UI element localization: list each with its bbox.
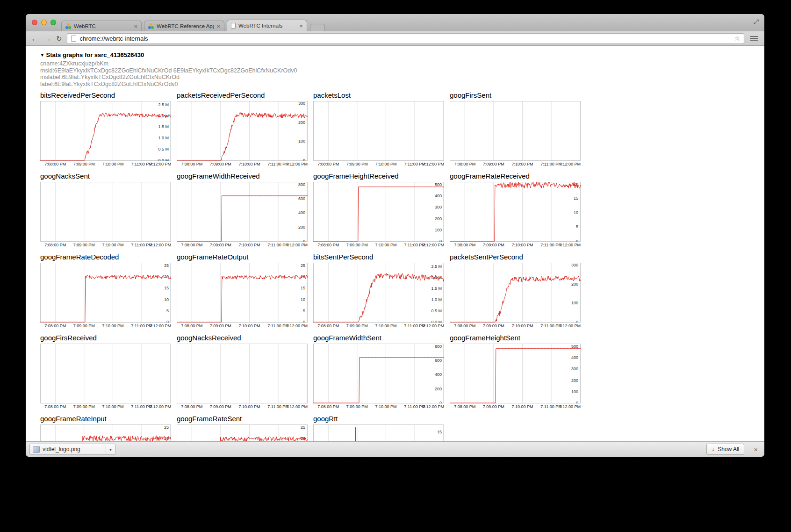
reload-button[interactable]: ↻ <box>56 35 62 42</box>
info-mslabel: mslabel:6E9laEYkyxIkTCxDgc82ZGoEhlCfxNuC… <box>40 74 764 81</box>
chart-line <box>40 113 171 160</box>
chart-x-axis-labels: 7:08:00 PM7:09:00 PM7:10:00 PM7:11:00 PM… <box>450 403 581 410</box>
svg-text:200: 200 <box>298 225 305 230</box>
x-tick-label: 7:12:00 PM <box>559 404 581 409</box>
x-tick-label: 7:10:00 PM <box>238 162 260 166</box>
x-tick-label: 7:09:00 PM <box>73 404 95 409</box>
tab-webrtc-reference-app[interactable]: WebRTC Reference App × <box>144 21 224 31</box>
svg-text:800: 800 <box>298 182 305 187</box>
chart-cell-googNacksSent: googNacksSent7:08:00 PM7:09:00 PM7:10:00… <box>40 172 171 248</box>
menu-icon[interactable] <box>749 36 759 41</box>
chart-title: googFrameRateOutput <box>177 253 308 263</box>
chart-title: packetsLost <box>313 91 444 101</box>
stats-heading[interactable]: ▼ Stats graphs for ssrc_4136526430 <box>40 51 764 58</box>
x-tick-label: 7:08:00 PM <box>44 162 66 166</box>
x-tick-label: 7:08:00 PM <box>44 243 66 247</box>
forward-button[interactable]: → <box>43 35 51 43</box>
bookmark-star-icon[interactable]: ☆ <box>734 35 740 42</box>
svg-text:0.5 M: 0.5 M <box>431 309 442 313</box>
x-tick-label: 7:10:00 PM <box>375 162 396 166</box>
tab-strip: WebRTC × WebRTC Reference App × WebRTC I… <box>26 14 764 31</box>
close-window-button[interactable] <box>32 20 37 25</box>
tab-webrtc[interactable]: WebRTC × <box>61 21 142 31</box>
x-tick-label: 7:12:00 PM <box>559 162 581 166</box>
svg-text:100: 100 <box>571 301 578 305</box>
x-tick-label: 7:08:00 PM <box>317 404 339 409</box>
x-tick-label: 7:12:00 PM <box>150 243 171 247</box>
chart-title: googFrameHeightSent <box>450 334 581 344</box>
chart-x-axis-labels: 7:08:00 PM7:09:00 PM7:10:00 PM7:11:00 PM… <box>177 161 308 167</box>
x-tick-label: 7:12:00 PM <box>559 324 581 328</box>
chart-title: googFrameHeightReceived <box>313 172 444 182</box>
zoom-window-button[interactable] <box>50 20 56 25</box>
downloads-close-icon[interactable]: × <box>751 446 761 453</box>
chart-line <box>450 276 581 323</box>
chart-line <box>313 273 444 322</box>
svg-text:200: 200 <box>435 216 442 221</box>
svg-text:1.0 M: 1.0 M <box>431 297 442 302</box>
svg-text:400: 400 <box>435 372 442 377</box>
x-tick-label: 7:10:00 PM <box>238 324 260 328</box>
x-tick-label: 7:12:00 PM <box>286 404 308 409</box>
x-tick-label: 7:10:00 PM <box>102 243 123 247</box>
svg-text:300: 300 <box>571 367 578 371</box>
x-tick-label: 7:08:00 PM <box>181 324 202 328</box>
x-tick-label: 7:09:00 PM <box>483 404 504 409</box>
chart-cell-googRtt: googRtt1510507:08:00 PM7:09:00 PM7:10:00… <box>313 415 444 441</box>
fullscreen-icon[interactable]: ⤢ <box>754 18 759 26</box>
address-bar[interactable]: chrome://webrtc-internals ☆ <box>67 33 744 44</box>
chart-x-axis-labels: 7:08:00 PM7:09:00 PM7:10:00 PM7:11:00 PM… <box>313 161 444 167</box>
tab-webrtc-internals[interactable]: WebRTC Internals × <box>227 20 307 31</box>
svg-text:5: 5 <box>166 309 169 313</box>
x-tick-label: 7:08:00 PM <box>181 243 202 247</box>
chart-plot: 5004003002001000 <box>450 344 581 403</box>
svg-text:15: 15 <box>164 286 169 290</box>
x-tick-label: 7:10:00 PM <box>102 162 123 166</box>
chart-plot <box>40 182 171 242</box>
x-tick-label: 7:12:00 PM <box>423 404 444 409</box>
tab-close-icon[interactable]: × <box>134 23 137 29</box>
download-item[interactable]: vidtel_logo.png ▾ <box>29 444 115 455</box>
chart-x-axis-labels: 7:08:00 PM7:09:00 PM7:10:00 PM7:11:00 PM… <box>450 242 581 248</box>
chart-line <box>40 275 171 322</box>
svg-text:25: 25 <box>301 425 305 430</box>
new-tab-button[interactable] <box>310 24 325 31</box>
chart-cell-bitsReceivedPerSecond: bitsReceivedPerSecond2.5 M2.0 M1.5 M1.0 … <box>40 91 171 167</box>
chart-cell-packetsSentPerSecond: packetsSentPerSecond30020010007:08:00 PM… <box>450 253 581 329</box>
show-all-button[interactable]: ↓ Show All <box>706 444 744 455</box>
chart-plot: 2520151050 <box>40 263 171 323</box>
page-icon <box>71 36 76 42</box>
x-tick-label: 7:09:00 PM <box>346 404 368 409</box>
chart-line <box>313 358 444 403</box>
x-tick-label: 7:11:00 PM <box>131 404 152 409</box>
x-tick-label: 7:11:00 PM <box>540 404 561 409</box>
chart-cell-googFirsReceived: googFirsReceived7:08:00 PM7:09:00 PM7:10… <box>40 334 171 410</box>
x-tick-label: 7:11:00 PM <box>404 404 425 409</box>
chart-cell-googFrameRateDecoded: googFrameRateDecoded25201510507:08:00 PM… <box>40 253 171 329</box>
svg-text:10: 10 <box>164 297 169 302</box>
window-controls <box>32 20 56 25</box>
x-tick-label: 7:08:00 PM <box>454 162 475 166</box>
chart-title: googFrameWidthSent <box>313 334 444 344</box>
back-button[interactable]: ← <box>31 35 39 43</box>
x-tick-label: 7:12:00 PM <box>423 162 444 166</box>
x-tick-label: 7:09:00 PM <box>346 324 368 328</box>
x-tick-label: 7:10:00 PM <box>511 404 533 409</box>
tab-close-icon[interactable]: × <box>299 23 303 29</box>
minimize-window-button[interactable] <box>41 20 47 25</box>
chart-plot: 151050 <box>313 424 444 441</box>
tab-close-icon[interactable]: × <box>216 23 220 29</box>
chart-plot: 2520151050 <box>177 263 308 323</box>
chart-cell-googNacksReceived: googNacksReceived7:08:00 PM7:09:00 PM7:1… <box>177 334 308 410</box>
chart-cell-googFrameRateReceived: googFrameRateReceived201510507:08:00 PM7… <box>450 172 581 248</box>
download-dropdown-icon[interactable]: ▾ <box>106 444 115 454</box>
downloads-bar-right: ↓ Show All × <box>706 444 761 455</box>
x-tick-label: 7:11:00 PM <box>540 243 561 247</box>
x-tick-label: 7:09:00 PM <box>346 162 368 166</box>
svg-text:600: 600 <box>298 196 305 201</box>
chart-x-axis-labels: 7:08:00 PM7:09:00 PM7:10:00 PM7:11:00 PM… <box>177 323 308 329</box>
svg-text:25: 25 <box>301 263 305 268</box>
svg-text:400: 400 <box>571 355 578 360</box>
x-tick-label: 7:09:00 PM <box>73 162 95 166</box>
x-tick-label: 7:10:00 PM <box>511 162 533 166</box>
